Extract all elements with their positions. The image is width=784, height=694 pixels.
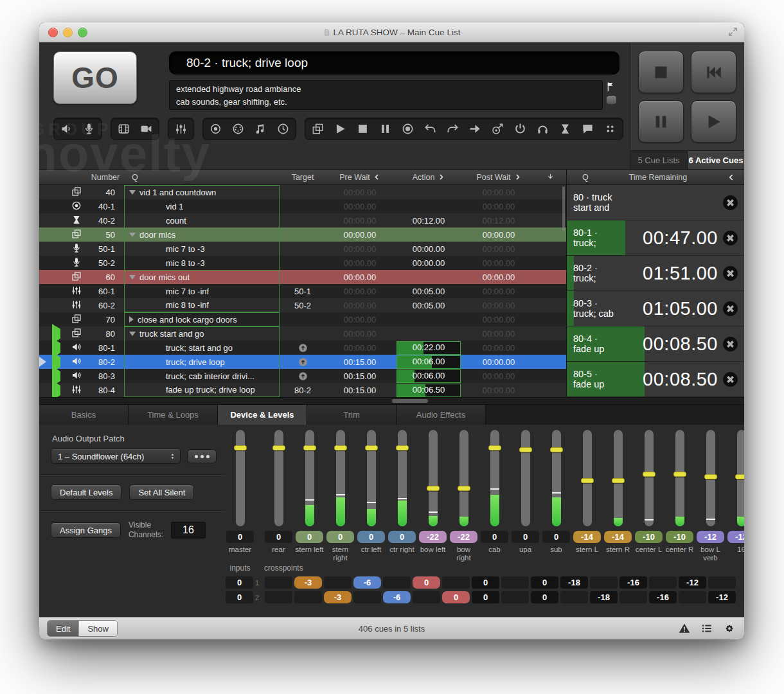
fader-handle[interactable] <box>458 486 470 491</box>
channel-value[interactable]: -12 <box>697 531 724 543</box>
headset-icon[interactable] <box>537 123 549 135</box>
fader-track[interactable] <box>398 430 407 526</box>
visible-channels-value[interactable]: 16 <box>171 522 206 538</box>
crosspoint-cell[interactable]: -18 <box>590 591 618 603</box>
col-target[interactable]: Target <box>280 173 326 182</box>
fader-track[interactable] <box>367 430 376 526</box>
cue-row-80-2[interactable]: 80-2truck; drive loop00:15.0000:06.0000:… <box>39 355 566 369</box>
fader-handle[interactable] <box>488 445 501 450</box>
crosspoint-cell[interactable]: 0 <box>442 591 470 603</box>
disclosure-open-icon[interactable] <box>129 275 136 280</box>
tab-time-loops[interactable]: Time & Loops <box>129 405 218 425</box>
fader-track[interactable] <box>429 430 438 526</box>
cue-name-cell[interactable]: truck; drive loop <box>124 355 280 369</box>
fader-handle[interactable] <box>612 478 625 483</box>
cue-row-50[interactable]: 50door mics00:00.0000:00.00 <box>39 227 566 242</box>
fader-track[interactable] <box>737 430 745 526</box>
fader-track[interactable] <box>614 430 623 526</box>
crosspoint-cell-empty[interactable] <box>679 591 706 603</box>
stop-cue-button[interactable] <box>722 371 738 387</box>
channel-value[interactable]: 0 <box>226 531 254 543</box>
notes-toggle[interactable] <box>606 95 617 105</box>
cue-row-80-1[interactable]: 80-1truck; start and go00:00.0000:22.000… <box>39 341 566 355</box>
assign-gangs-button[interactable]: Assign Gangs <box>51 522 121 538</box>
fader-handle[interactable] <box>581 478 594 483</box>
note-icon[interactable] <box>254 123 267 135</box>
stop-cue-button[interactable] <box>722 265 738 281</box>
crosspoint-cell-empty[interactable] <box>324 576 352 589</box>
fader-track[interactable] <box>521 430 530 526</box>
table-vertical-scrollbar[interactable] <box>562 186 565 231</box>
fader-handle[interactable] <box>234 445 247 450</box>
rewind-button[interactable] <box>691 51 736 93</box>
fader-handle[interactable] <box>272 445 285 450</box>
col-pre-wait[interactable]: Pre Wait <box>326 173 394 182</box>
cue-row-60-2[interactable]: 60-2mic 8 to -inf50-200:00.0000:05.0000:… <box>39 298 566 312</box>
crosspoint-cell-empty[interactable] <box>442 576 470 589</box>
stop-cue-button[interactable] <box>722 195 738 211</box>
power-icon[interactable] <box>514 123 526 135</box>
col-q[interactable]: Q <box>124 173 280 182</box>
disclosure-open-icon[interactable] <box>129 233 136 237</box>
channel-value[interactable]: 0 <box>357 531 385 543</box>
film-icon[interactable] <box>118 123 130 135</box>
cue-name-cell[interactable]: close and lock cargo doors <box>124 312 280 326</box>
tab-trim[interactable]: Trim <box>307 405 396 425</box>
audio-patch-select[interactable]: 1 – Soundflower (64ch) <box>51 449 181 464</box>
crosspoint-cell-empty[interactable] <box>590 576 618 589</box>
camera-icon[interactable] <box>140 123 152 135</box>
crosspoint-cell[interactable]: 0 <box>413 576 440 589</box>
target-icon[interactable] <box>209 123 222 135</box>
arrow-icon[interactable] <box>469 123 481 135</box>
crosspoint-cell-empty[interactable] <box>265 591 292 603</box>
crosspoint-cell[interactable]: -6 <box>353 576 381 589</box>
tab-active-cues[interactable]: 6 Active Cues <box>688 151 744 169</box>
fader-handle[interactable] <box>427 486 440 491</box>
cue-name-cell[interactable]: door mics out <box>124 270 280 284</box>
disclosure-open-icon[interactable] <box>129 190 136 195</box>
crosspoint-cell[interactable]: 0 <box>531 576 558 589</box>
cue-notes[interactable]: extended highway road ambiance cab sound… <box>169 80 603 110</box>
stop-cue-button[interactable] <box>722 336 738 352</box>
fader-handle[interactable] <box>519 447 532 452</box>
patch-options-button[interactable] <box>187 449 217 463</box>
undo-icon[interactable] <box>424 123 436 135</box>
channel-value[interactable]: -14 <box>604 531 632 543</box>
crosspoint-cell-empty[interactable] <box>413 591 440 603</box>
crosspoint-cell-empty[interactable] <box>649 576 677 589</box>
channel-value[interactable]: -10 <box>666 531 693 543</box>
channel-value[interactable]: -14 <box>573 531 601 543</box>
channel-value[interactable]: -10 <box>635 531 663 543</box>
cue-row-80[interactable]: 80truck start and go00:00.0000:00.00 <box>39 326 566 341</box>
cue-row-50-2[interactable]: 50-2mic 8 to -300:00.0000:00.0000:00.00 <box>39 256 566 270</box>
cue-name-cell[interactable]: vid 1 <box>124 199 280 213</box>
fader-handle[interactable] <box>303 445 316 450</box>
cue-row-50-1[interactable]: 50-1mic 7 to -300:00.0000:00.0000:00.00 <box>39 242 566 256</box>
clock-icon[interactable] <box>277 123 289 135</box>
fader-handle[interactable] <box>550 447 563 452</box>
crosspoint-cell-empty[interactable] <box>353 591 381 603</box>
crosspoint-cell[interactable]: -3 <box>294 576 322 589</box>
cue-name-cell[interactable]: mic 7 to -inf <box>124 284 280 298</box>
active-col-time-remaining[interactable]: Time Remaining <box>589 173 727 182</box>
crosspoint-cell[interactable]: -18 <box>560 576 588 589</box>
channel-value[interactable]: -22 <box>419 531 447 543</box>
mic-icon[interactable] <box>83 123 95 135</box>
fader-track[interactable] <box>336 430 345 526</box>
cue-name-cell[interactable]: mic 8 to -3 <box>124 256 280 270</box>
scrollbar-thumb[interactable] <box>392 399 428 403</box>
cue-name-cell[interactable]: door mics <box>124 227 280 242</box>
cue-name-cell[interactable]: vid 1 and countdown <box>124 185 280 199</box>
tab-device-levels[interactable]: Device & Levels <box>218 405 307 425</box>
cue-name-cell[interactable]: mic 7 to -3 <box>124 242 280 256</box>
fader-track[interactable] <box>645 430 654 526</box>
fader-track[interactable] <box>236 430 245 526</box>
tab-audio-effects[interactable]: Audio Effects <box>396 405 486 425</box>
redo-icon[interactable] <box>447 123 459 135</box>
speaker-icon[interactable] <box>60 123 73 135</box>
fader-handle[interactable] <box>396 445 409 450</box>
pause-icon[interactable] <box>379 123 391 135</box>
fader-track[interactable] <box>459 430 468 526</box>
channel-value[interactable]: -22 <box>450 531 477 543</box>
go-button[interactable]: GO <box>53 51 137 104</box>
